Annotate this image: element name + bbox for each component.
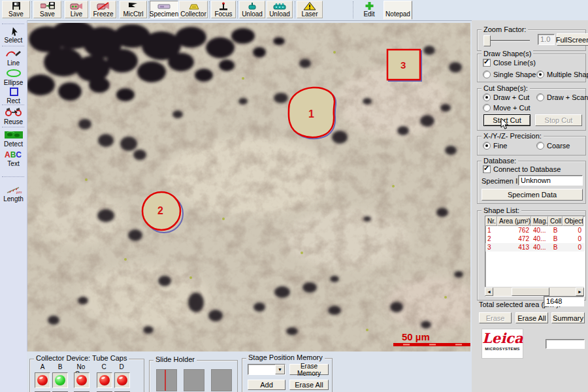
slide-2[interactable]	[184, 369, 204, 391]
column-header[interactable]: Area (µm²)	[497, 216, 531, 226]
toolbar-button-label: Save	[8, 10, 24, 18]
floppy-icon	[10, 2, 22, 10]
close-lines-checkbox[interactable]: Close Line(s)	[483, 59, 536, 67]
collector-button[interactable]: Collector	[179, 1, 208, 18]
erase-button[interactable]: Erase	[479, 312, 512, 323]
tool-text[interactable]: ABC Text	[1, 149, 26, 167]
cap-button-b[interactable]	[52, 372, 68, 388]
specimen-button[interactable]: Specimen	[150, 1, 178, 18]
cell-mag: 40...	[531, 235, 548, 243]
cell-area: 472	[497, 235, 531, 243]
move-cut-radio[interactable]: Move + Cut	[483, 104, 531, 112]
table-row[interactable]: 1 762 40... B 0	[485, 226, 585, 235]
laser-button[interactable]: Laser	[297, 1, 323, 18]
cap-button-c[interactable]	[97, 372, 112, 388]
specimen-image: 1 2 3 50 µm	[27, 23, 470, 351]
cap-label-d: D	[112, 363, 131, 370]
cell-objects: 0	[563, 226, 583, 235]
unload-button[interactable]: Unload	[239, 1, 265, 18]
column-header[interactable]: Coll.	[548, 216, 563, 226]
tool-select[interactable]: Select	[1, 25, 26, 44]
table-row[interactable]: 2 472 40... B 0	[485, 235, 585, 243]
notepad-tab[interactable]: Notepad	[384, 1, 412, 20]
stop-cut-button[interactable]: Stop Cut	[535, 114, 582, 126]
multiple-shapes-radio[interactable]: Multiple Shapes	[536, 71, 588, 78]
tool-label: Ellipse	[4, 79, 23, 86]
cell-mag: 40...	[531, 243, 548, 252]
single-shape-radio[interactable]: Single Shape	[483, 71, 536, 78]
scrollbar-thumb[interactable]	[512, 287, 549, 296]
save-button[interactable]: Save	[2, 1, 30, 18]
tool-line[interactable]: Line	[1, 48, 26, 67]
slide-1[interactable]	[156, 369, 177, 391]
tool-length[interactable]: µm Length	[1, 184, 26, 203]
cut-shape-3[interactable]: 3	[387, 50, 421, 81]
freeze-button[interactable]: Freeze	[90, 1, 116, 18]
cap-button-d[interactable]	[114, 372, 130, 388]
draw-cut-radio[interactable]: Draw + Cut	[483, 93, 529, 101]
tool-rect[interactable]: Rect	[1, 86, 26, 105]
video-camera-icon	[70, 2, 83, 10]
radio-mark[interactable]	[483, 71, 491, 78]
add-plus-icon	[364, 2, 374, 10]
cell-nr: 2	[485, 235, 497, 243]
specimen-id-field[interactable]: Unknown	[518, 175, 583, 186]
toolbar-button-label: Laser	[301, 10, 318, 18]
collector-device-group: Collector Device: Tube Caps A B No Cap C…	[29, 359, 144, 392]
shape-list-table[interactable]: Nr. Area (µm²) Mag. Coll. Objects 1 762 …	[485, 216, 585, 297]
column-header[interactable]: Objects	[563, 216, 583, 226]
sidebar-separator	[2, 127, 24, 127]
table-horizontal-scrollbar[interactable]: ◄ ►	[485, 287, 584, 296]
zoom-slider-track[interactable]	[485, 40, 530, 41]
tool-detect[interactable]: Detect	[1, 129, 26, 148]
column-header[interactable]: Nr.	[485, 216, 497, 226]
draw-scan-radio[interactable]: Draw + Scan	[536, 93, 588, 101]
tool-reuse[interactable]: Reuse	[1, 107, 26, 125]
cut-shape-1[interactable]: 1	[289, 88, 336, 139]
slide-3[interactable]	[211, 369, 232, 391]
radio-mark[interactable]	[483, 93, 491, 101]
cap-button-nocap[interactable]	[74, 372, 90, 388]
tool-ellipse[interactable]: Ellipse	[1, 68, 26, 86]
zoom-slider-thumb[interactable]	[483, 35, 491, 46]
checkbox-mark[interactable]	[483, 59, 491, 67]
live-button[interactable]: Live	[65, 1, 88, 18]
scroll-right-arrow-icon[interactable]: ►	[576, 287, 584, 296]
zoom-value-field[interactable]: 1.0	[538, 34, 555, 45]
cap-button-a[interactable]	[35, 372, 50, 388]
radio-mark[interactable]	[536, 142, 544, 150]
toolbar-button-label: Edit	[363, 10, 374, 18]
coarse-radio[interactable]: Coarse	[536, 142, 570, 150]
save-image-button[interactable]: Save	[33, 1, 61, 18]
toolbar-button-label: Collector	[180, 10, 206, 18]
erase-all-button[interactable]: Erase All	[515, 312, 548, 323]
summary-button[interactable]: Summary	[551, 312, 585, 323]
tool-sidebar: Select Line Ellipse Rect Reuse	[0, 20, 27, 392]
radio-mark[interactable]	[483, 104, 491, 112]
group-title: Slide Holder	[154, 355, 197, 363]
focus-button[interactable]: Focus	[211, 1, 236, 18]
edit-button[interactable]: Edit	[356, 1, 382, 18]
erase-memory-button[interactable]: Erase Memory	[289, 364, 329, 375]
table-header-row: Nr. Area (µm²) Mag. Coll. Objects	[485, 216, 585, 226]
chevron-down-icon[interactable]: ▼	[275, 365, 285, 374]
fine-radio[interactable]: Fine	[483, 142, 507, 150]
unload-all-button[interactable]: Unload	[267, 1, 293, 18]
radio-mark[interactable]	[536, 71, 544, 78]
total-area-field[interactable]: 1648	[544, 296, 584, 306]
scroll-left-arrow-icon[interactable]: ◄	[485, 287, 493, 296]
column-header[interactable]: Mag.	[531, 216, 548, 226]
add-button[interactable]: Add	[248, 380, 286, 390]
stage-erase-all-button[interactable]: Erase All	[289, 380, 329, 390]
connect-database-checkbox[interactable]: Connect to Database	[483, 165, 561, 173]
tool-label: Line	[7, 59, 20, 67]
checkbox-mark[interactable]	[483, 165, 491, 173]
radio-mark[interactable]	[536, 93, 544, 101]
cell-coll: B	[548, 235, 563, 243]
specimen-data-button[interactable]: Specimen Data	[482, 189, 583, 201]
micctrl-button[interactable]: MicCtrl	[120, 1, 147, 18]
radio-mark[interactable]	[483, 142, 491, 150]
microscope-viewport[interactable]: 1 2 3 50 µm	[27, 23, 470, 351]
table-row[interactable]: 3 413 40... B 0	[485, 243, 585, 252]
fullscreen-button[interactable]: FullScreen	[557, 33, 588, 46]
